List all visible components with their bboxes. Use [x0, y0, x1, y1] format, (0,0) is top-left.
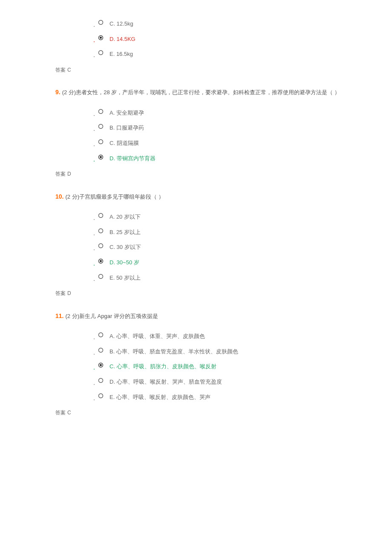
radio-unselected-icon: [98, 274, 104, 279]
answer-value: D: [67, 290, 71, 296]
question-number: 9.: [55, 89, 61, 95]
option-label: A. 安全期避孕: [110, 109, 144, 118]
option-label: C. 12.5kg: [110, 20, 133, 29]
question-number: 10.: [55, 193, 63, 200]
option-label: B. 口服避孕药: [110, 124, 144, 133]
option-label: C. 30 岁以下: [110, 243, 141, 252]
radio-selected-icon: [98, 362, 104, 368]
option-item[interactable]: B. 口服避孕药: [98, 121, 366, 136]
radio-unselected-icon: [98, 347, 104, 353]
answer-word: 答案: [55, 171, 66, 177]
answer-word: 答案: [55, 410, 66, 416]
option-label: E. 心率、呼吸、喉反射、皮肤颜色、哭声: [110, 393, 210, 402]
svg-point-9: [98, 213, 103, 217]
radio-unselected-icon: [98, 213, 104, 218]
radio-unselected-icon: [98, 378, 104, 383]
option-label: D. 带铜宫内节育器: [110, 154, 156, 163]
option-label: D. 30~50 岁: [110, 258, 139, 267]
option-label: E. 16.5kg: [110, 50, 133, 59]
option-item[interactable]: C. 30 岁以下: [98, 240, 366, 256]
svg-point-15: [98, 332, 103, 337]
option-item[interactable]: D. 心率、呼吸、喉反射、哭声、脐血管充盈度: [98, 375, 366, 390]
radio-selected-icon: [98, 258, 104, 264]
question-number: 11.: [55, 312, 63, 319]
option-item[interactable]: D. 14.5KG: [98, 32, 366, 48]
radio-unselected-icon: [98, 139, 104, 145]
option-label: C. 心率、呼吸、肌张力、皮肤颜色、喉反射: [110, 362, 216, 371]
question-text: 11.(2 分)新生儿 Apgar 评分的五项依据是: [55, 308, 366, 324]
answer-line: 答案D: [55, 289, 366, 298]
option-item[interactable]: E. 50 岁以上: [98, 271, 366, 286]
svg-point-2: [100, 37, 102, 39]
option-item[interactable]: A. 心率、呼吸、体重、哭声、皮肤颜色: [98, 330, 366, 345]
answer-word: 答案: [55, 67, 66, 73]
option-label: B. 25 岁以上: [110, 228, 141, 237]
radio-unselected-icon: [98, 109, 104, 114]
options-list: A. 20 岁以下B. 25 岁以上C. 30 岁以下D. 30~50 岁E. …: [55, 210, 366, 286]
svg-point-14: [98, 274, 103, 278]
svg-point-20: [98, 393, 103, 398]
radio-selected-icon: [98, 154, 104, 160]
svg-point-5: [98, 124, 103, 129]
options-list: A. 心率、呼吸、体重、哭声、皮肤颜色B. 心率、呼吸、脐血管充盈度、羊水性状、…: [55, 330, 366, 405]
option-item[interactable]: E. 16.5kg: [98, 47, 366, 63]
svg-point-8: [100, 156, 102, 158]
answer-value: C: [67, 67, 71, 73]
question-text: 9.(2 分)患者女性，28 岁，产后半年，现哺乳，已正常行经，要求避孕。妇科检…: [55, 84, 366, 100]
option-label: C. 阴道隔膜: [110, 139, 139, 148]
svg-point-3: [98, 51, 103, 55]
option-item[interactable]: A. 20 岁以下: [98, 210, 366, 225]
svg-point-18: [100, 364, 102, 366]
option-label: D. 14.5KG: [110, 35, 135, 44]
svg-point-10: [98, 228, 103, 233]
options-list: A. 安全期避孕B. 口服避孕药C. 阴道隔膜D. 带铜宫内节育器: [55, 106, 366, 167]
answer-line: 答案D: [55, 170, 366, 178]
radio-unselected-icon: [98, 243, 104, 249]
option-item[interactable]: A. 安全期避孕: [98, 106, 366, 121]
answer-word: 答案: [55, 290, 66, 296]
option-item[interactable]: D. 带铜宫内节育器: [98, 152, 366, 167]
svg-point-0: [98, 20, 103, 24]
answer-value: C: [67, 410, 71, 416]
radio-unselected-icon: [98, 124, 104, 129]
option-item[interactable]: D. 30~50 岁: [98, 256, 366, 271]
radio-unselected-icon: [98, 393, 104, 399]
svg-point-11: [98, 244, 103, 248]
answer-value: D: [67, 171, 71, 177]
option-label: A. 心率、呼吸、体重、哭声、皮肤颜色: [110, 332, 205, 341]
radio-unselected-icon: [98, 332, 104, 338]
option-label: D. 心率、呼吸、喉反射、哭声、脐血管充盈度: [110, 378, 222, 387]
svg-point-19: [98, 378, 103, 382]
radio-unselected-icon: [98, 228, 104, 234]
option-item[interactable]: B. 心率、呼吸、脐血管充盈度、羊水性状、皮肤颜色: [98, 345, 366, 360]
radio-unselected-icon: [98, 50, 104, 55]
svg-point-6: [98, 139, 103, 144]
svg-point-4: [98, 109, 103, 113]
option-item[interactable]: C. 12.5kg: [98, 17, 366, 32]
option-item[interactable]: B. 25 岁以上: [98, 225, 366, 241]
question-body: (2 分)新生儿 Apgar 评分的五项依据是: [65, 313, 158, 319]
svg-point-16: [98, 348, 103, 352]
radio-unselected-icon: [98, 20, 104, 25]
option-label: E. 50 岁以上: [110, 274, 141, 283]
question-body: (2 分)子宫肌瘤最多见于哪组年龄段（ ）: [65, 194, 164, 200]
option-item[interactable]: C. 心率、呼吸、肌张力、皮肤颜色、喉反射: [98, 360, 366, 375]
options-list: C. 12.5kgD. 14.5KGE. 16.5kg: [55, 17, 366, 63]
option-item[interactable]: C. 阴道隔膜: [98, 136, 366, 152]
radio-selected-icon: [98, 35, 104, 40]
answer-line: 答案C: [55, 409, 366, 417]
option-item[interactable]: E. 心率、呼吸、喉反射、皮肤颜色、哭声: [98, 390, 366, 406]
question-text: 10.(2 分)子宫肌瘤最多见于哪组年龄段（ ）: [55, 189, 366, 204]
option-label: A. 20 岁以下: [110, 213, 141, 222]
answer-line: 答案C: [55, 66, 366, 74]
option-label: B. 心率、呼吸、脐血管充盈度、羊水性状、皮肤颜色: [110, 347, 238, 356]
question-body: (2 分)患者女性，28 岁，产后半年，现哺乳，已正常行经，要求避孕。妇科检查正…: [62, 89, 340, 95]
svg-point-13: [100, 260, 102, 262]
quiz-content: C. 12.5kgD. 14.5KGE. 16.5kg答案C9.(2 分)患者女…: [0, 17, 392, 417]
